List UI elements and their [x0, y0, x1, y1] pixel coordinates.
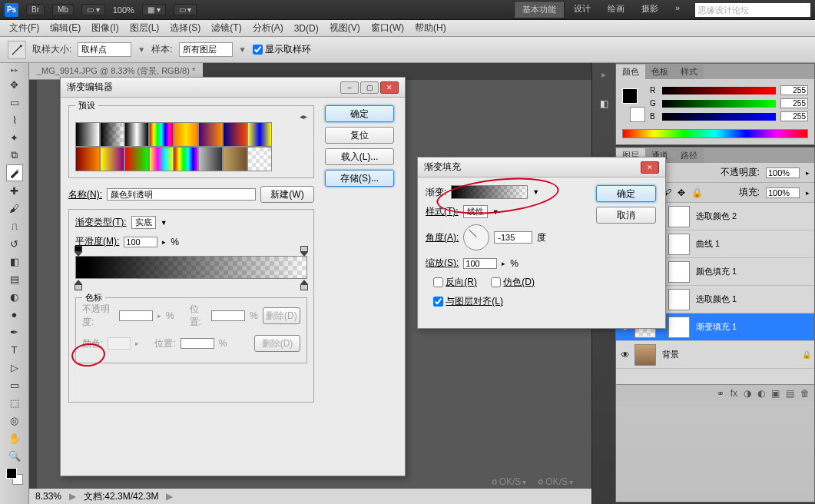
new-gradient-button[interactable]: 新建(W)	[260, 186, 314, 203]
menu-window[interactable]: 窗口(W)	[366, 20, 409, 36]
workspace-tab-essentials[interactable]: 基本功能	[514, 1, 565, 18]
preset-swatch[interactable]	[247, 147, 272, 171]
menu-file[interactable]: 文件(F)	[5, 20, 44, 36]
lock-all-icon[interactable]: 🔒	[691, 187, 703, 198]
preset-swatch[interactable]	[247, 122, 272, 147]
menu-edit[interactable]: 编辑(E)	[45, 20, 85, 36]
adjustment-icon[interactable]: ◐	[757, 388, 765, 399]
angle-dial[interactable]	[463, 224, 489, 250]
preset-swatch[interactable]	[100, 122, 124, 147]
fx-icon[interactable]: fx	[731, 388, 737, 399]
load-button[interactable]: 载入(L)...	[325, 148, 394, 165]
screen-mode-button[interactable]: ▭ ▾	[81, 4, 105, 15]
crop-tool[interactable]: ⧉	[6, 147, 23, 164]
gradient-bar[interactable]	[75, 256, 307, 279]
layer-name[interactable]: 背景	[659, 349, 799, 360]
preset-grid[interactable]	[75, 122, 272, 171]
preset-swatch[interactable]	[149, 147, 174, 171]
arrange-button[interactable]: ▦ ▾	[142, 4, 166, 15]
hue-strip[interactable]	[622, 129, 808, 138]
preset-swatch[interactable]	[124, 122, 149, 147]
close-icon[interactable]: ✕	[641, 161, 659, 174]
b-slider[interactable]	[662, 113, 776, 121]
gradient-preview[interactable]	[451, 185, 528, 199]
align-checkbox[interactable]: 与图层对齐(L)	[433, 295, 503, 308]
extras-button[interactable]: ▭ ▾	[174, 4, 197, 15]
history-brush-tool[interactable]: ↺	[6, 235, 23, 252]
tab-styles[interactable]: 样式	[674, 65, 704, 79]
workspace-more[interactable]: »	[668, 1, 687, 18]
tool-preset-icon[interactable]	[8, 41, 26, 59]
angle-input[interactable]	[494, 231, 532, 244]
workspace-tab-design[interactable]: 设计	[566, 1, 598, 18]
preset-swatch[interactable]	[75, 122, 100, 147]
preset-swatch[interactable]	[223, 147, 247, 171]
menu-select[interactable]: 选择(S)	[165, 20, 205, 36]
gradient-type-select[interactable]: 实底	[131, 216, 156, 229]
layer-name[interactable]: 渐变填充 1	[693, 321, 811, 333]
g-slider[interactable]	[662, 100, 776, 108]
layer-row[interactable]: 👁 背景 🔒	[616, 341, 814, 369]
smoothness-input[interactable]	[124, 237, 157, 247]
3d-camera-tool[interactable]: ◎	[6, 412, 23, 429]
layer-thumb[interactable]	[634, 344, 656, 366]
layer-mask[interactable]	[668, 317, 690, 338]
minibridge-button[interactable]: Mb	[52, 4, 74, 15]
blur-tool[interactable]: ◐	[6, 288, 23, 305]
gradient-name-input[interactable]	[107, 188, 256, 201]
layer-name[interactable]: 选取颜色 1	[693, 293, 811, 305]
reset-button[interactable]: 复位	[325, 127, 394, 144]
reverse-checkbox[interactable]: 反向(R)	[433, 276, 477, 289]
preset-swatch[interactable]	[174, 122, 198, 147]
stamp-tool[interactable]: ⎍	[6, 217, 23, 234]
layer-mask[interactable]	[668, 234, 690, 255]
preset-swatch[interactable]	[100, 147, 124, 171]
dodge-tool[interactable]: ●	[6, 306, 23, 323]
preset-swatch[interactable]	[75, 147, 100, 171]
preset-swatch[interactable]	[149, 122, 174, 147]
tab-swatches[interactable]: 色板	[645, 65, 674, 79]
r-value[interactable]: 255	[780, 85, 808, 95]
show-ring-checkbox[interactable]: 显示取样环	[253, 43, 311, 56]
r-slider[interactable]	[662, 87, 776, 94]
eyedropper-tool[interactable]	[6, 164, 23, 181]
pen-tool[interactable]: ✒	[6, 323, 23, 340]
preset-swatch[interactable]	[174, 147, 198, 171]
minimize-icon[interactable]: –	[340, 81, 359, 94]
fill-cancel-button[interactable]: 取消	[596, 207, 656, 224]
menu-help[interactable]: 帮助(H)	[410, 20, 451, 36]
menu-layer[interactable]: 图层(L)	[125, 20, 164, 36]
shape-tool[interactable]: ▭	[6, 376, 23, 393]
style-select[interactable]: 线性	[463, 205, 488, 218]
maximize-icon[interactable]: ▢	[360, 81, 379, 94]
wand-tool[interactable]: ✦	[6, 129, 23, 146]
brush-tool[interactable]: 🖌	[6, 200, 23, 217]
gradient-tool[interactable]: ▤	[6, 270, 23, 287]
path-tool[interactable]: ▷	[6, 359, 23, 376]
close-icon[interactable]: ✕	[380, 81, 399, 94]
sample-select[interactable]: 所有图层	[179, 42, 233, 57]
tab-paths[interactable]: 路径	[674, 148, 704, 163]
group-icon[interactable]: ▣	[771, 388, 780, 399]
eraser-tool[interactable]: ◧	[6, 253, 23, 270]
status-zoom[interactable]: 8.33%	[35, 491, 61, 502]
dither-checkbox[interactable]: 仿色(D)	[491, 276, 535, 289]
g-value[interactable]: 255	[780, 98, 808, 108]
layer-mask[interactable]	[668, 206, 690, 227]
layer-name[interactable]: 颜色填充 1	[693, 266, 811, 277]
marquee-tool[interactable]: ▭	[6, 94, 23, 111]
layer-mask[interactable]	[668, 261, 690, 283]
panel-swatch[interactable]	[622, 88, 645, 122]
zoom-display[interactable]: 100%	[113, 5, 134, 15]
bridge-button[interactable]: Br	[26, 4, 45, 15]
menu-3d[interactable]: 3D(D)	[290, 22, 323, 35]
status-docinfo[interactable]: 文档:42.3M/42.3M	[84, 490, 158, 503]
layer-name[interactable]: 曲线 1	[693, 238, 811, 250]
preset-swatch[interactable]	[198, 147, 223, 171]
search-box[interactable]: 思缘设计论坛	[695, 3, 810, 17]
move-tool[interactable]: ✥	[6, 76, 23, 93]
workspace-tab-paint[interactable]: 绘画	[600, 1, 632, 18]
fill-value[interactable]: 100%	[766, 187, 800, 198]
preset-flyout-icon[interactable]: ◂▸	[75, 112, 307, 121]
tab-color[interactable]: 颜色	[616, 65, 645, 79]
